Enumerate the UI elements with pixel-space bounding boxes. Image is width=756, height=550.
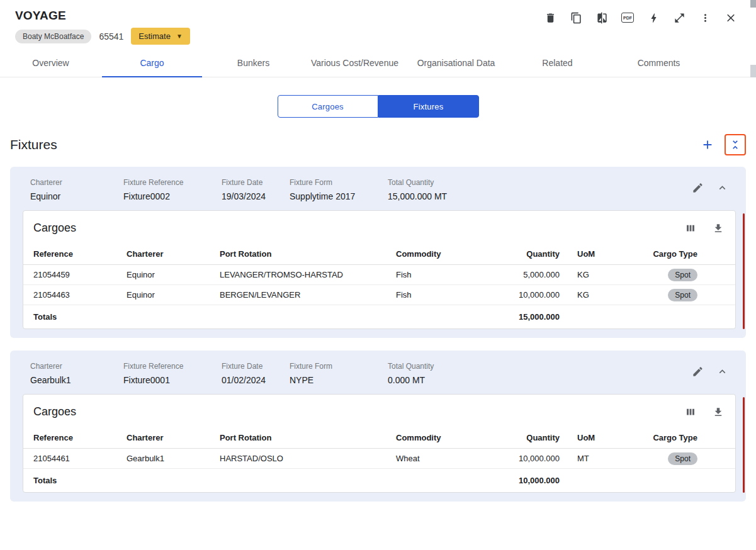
cell-quantity: 10,000.000 [497, 290, 560, 300]
col-quantity: Quantity [497, 433, 560, 442]
cargo-type-chip: Spot [668, 269, 697, 281]
pdf-label: PDF [621, 13, 634, 23]
totals-label: Totals [33, 312, 127, 322]
fixture-field-reference: Fixture Reference Fixture0002 [123, 178, 222, 201]
section-title: Fixtures [10, 137, 57, 152]
totals-label: Totals [33, 476, 127, 485]
estimate-dropdown-button[interactable]: Estimate ▼ [131, 28, 189, 45]
col-cargo-type: Cargo Type [610, 249, 725, 259]
collapse-fixture-button[interactable] [716, 182, 728, 194]
fixtures-section-header: Fixtures [0, 118, 756, 167]
cell-reference: 21054461 [33, 454, 127, 463]
tab-bunkers[interactable]: Bunkers [203, 50, 304, 77]
field-label: Total Quantity [388, 362, 692, 371]
cell-charterer: Equinor [127, 290, 220, 300]
cell-quantity: 5,000.000 [497, 270, 560, 279]
page-title: VOYAGE [15, 9, 66, 23]
fixture-card: Charterer Gearbulk1 Fixture Reference Fi… [10, 351, 746, 502]
fixture-summary: Charterer Equinor Fixture Reference Fixt… [23, 176, 736, 210]
tab-organisational-data[interactable]: Organisational Data [405, 50, 507, 77]
field-value: 0.000 MT [388, 375, 692, 385]
download-icon[interactable] [713, 223, 724, 234]
column-settings-icon[interactable] [685, 407, 696, 418]
validation-error-bar [743, 213, 745, 329]
tab-cargo[interactable]: Cargo [101, 50, 203, 77]
cargo-row[interactable]: 21054463 Equinor BERGEN/LEVANGER Fish 10… [23, 285, 735, 305]
pencil-icon [692, 366, 704, 378]
voyage-id: 65541 [99, 31, 123, 42]
field-value: NYPE [290, 375, 388, 385]
download-icon[interactable] [713, 407, 724, 418]
totals-row: Totals 10,000.000 [23, 469, 735, 492]
header-toolbar: PDF [544, 11, 737, 24]
field-label: Charterer [30, 178, 123, 187]
cell-reference: 21054463 [33, 290, 127, 300]
col-port-rotation: Port Rotation [220, 249, 396, 259]
field-label: Fixture Form [290, 362, 388, 371]
tab-bar: Overview Cargo Bunkers Various Cost/Reve… [0, 50, 756, 77]
tab-various-cost-revenue[interactable]: Various Cost/Revenue [304, 50, 405, 77]
tab-overview[interactable]: Overview [0, 50, 101, 77]
fixture-summary: Charterer Gearbulk1 Fixture Reference Fi… [23, 359, 736, 394]
cell-port-rotation: LEVANGER/TROMSO-HARSTAD [220, 270, 396, 279]
close-icon[interactable] [725, 11, 737, 24]
cargo-type-chip: Spot [668, 452, 697, 465]
edit-fixture-button[interactable] [692, 366, 704, 378]
cell-cargo-type: Spot [610, 269, 725, 281]
scrollbar-thumb[interactable] [750, 0, 756, 8]
cargo-row[interactable]: 21054461 Gearbulk1 HARSTAD/OSLO Wheat 10… [23, 449, 735, 469]
tab-comments[interactable]: Comments [608, 50, 709, 77]
cell-commodity: Fish [396, 290, 497, 300]
delete-icon[interactable] [544, 11, 556, 24]
kebab-menu-icon[interactable] [699, 11, 711, 24]
pencil-icon [692, 182, 704, 194]
column-settings-icon[interactable] [685, 223, 696, 234]
cell-commodity: Wheat [396, 454, 497, 463]
col-uom: UoM [560, 249, 610, 259]
col-quantity: Quantity [497, 249, 560, 259]
cell-reference: 21054459 [33, 270, 127, 279]
toggle-fixtures[interactable]: Fixtures [378, 95, 479, 118]
bolt-icon[interactable] [647, 11, 660, 24]
fixture-field-date: Fixture Date 01/02/2024 [222, 362, 290, 385]
chevron-up-icon [716, 182, 728, 194]
cell-charterer: Gearbulk1 [127, 454, 220, 463]
edit-fixture-button[interactable] [692, 182, 704, 194]
duplicate-icon[interactable] [570, 11, 582, 24]
totals-quantity: 15,000.000 [497, 312, 560, 322]
col-cargo-type: Cargo Type [610, 433, 725, 442]
field-label: Total Quantity [388, 178, 692, 187]
col-port-rotation: Port Rotation [220, 433, 396, 442]
cargoes-title: Cargoes [33, 405, 76, 418]
caret-down-icon: ▼ [176, 33, 183, 40]
col-uom: UoM [560, 433, 610, 442]
field-value: Fixture0002 [123, 191, 222, 201]
col-charterer: Charterer [127, 249, 220, 259]
toggle-cargoes[interactable]: Cargoes [278, 95, 378, 118]
cargoes-title: Cargoes [33, 222, 76, 235]
col-reference: Reference [33, 249, 127, 259]
cell-uom: KG [560, 270, 610, 279]
tab-related[interactable]: Related [507, 50, 608, 77]
fullscreen-icon[interactable] [673, 11, 685, 24]
cargo-row[interactable]: 21054459 Equinor LEVANGER/TROMSO-HARSTAD… [23, 265, 735, 285]
field-value: 15,000.000 MT [388, 191, 692, 201]
compare-icon[interactable] [595, 11, 608, 24]
cell-port-rotation: BERGEN/LEVANGER [220, 290, 396, 300]
validation-error-bar [743, 397, 745, 493]
scrollbar-thumb[interactable] [750, 65, 756, 77]
chevron-up-icon [716, 366, 728, 378]
add-fixture-button[interactable] [698, 135, 717, 154]
cell-port-rotation: HARSTAD/OSLO [220, 454, 396, 463]
collapse-fixture-button[interactable] [716, 366, 728, 378]
pdf-export-icon[interactable]: PDF [621, 11, 634, 24]
fixture-field-form: Fixture Form NYPE [290, 362, 388, 385]
collapse-all-button[interactable] [725, 134, 746, 155]
field-value: Fixture0001 [123, 375, 222, 385]
field-value: Gearbulk1 [30, 375, 123, 385]
app-header: VOYAGE PDF [0, 0, 756, 45]
col-charterer: Charterer [127, 433, 220, 442]
cell-uom: KG [560, 290, 610, 300]
field-label: Fixture Date [222, 362, 290, 371]
cargo-table-header: Reference Charterer Port Rotation Commod… [23, 243, 735, 265]
